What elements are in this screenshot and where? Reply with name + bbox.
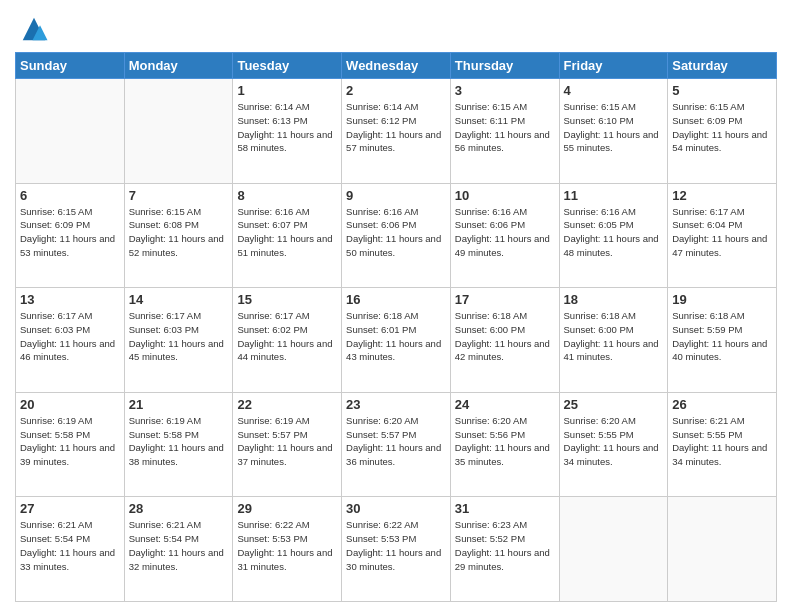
calendar-header-row: SundayMondayTuesdayWednesdayThursdayFrid… bbox=[16, 53, 777, 79]
day-number: 5 bbox=[672, 83, 772, 98]
calendar-cell: 3Sunrise: 6:15 AMSunset: 6:11 PMDaylight… bbox=[450, 79, 559, 184]
calendar-cell bbox=[668, 497, 777, 602]
day-info: Sunrise: 6:15 AMSunset: 6:08 PMDaylight:… bbox=[129, 205, 229, 260]
day-info: Sunrise: 6:16 AMSunset: 6:06 PMDaylight:… bbox=[455, 205, 555, 260]
day-info: Sunrise: 6:17 AMSunset: 6:03 PMDaylight:… bbox=[129, 309, 229, 364]
day-info-line: Sunset: 5:53 PM bbox=[346, 533, 416, 544]
day-info-line: Sunset: 6:10 PM bbox=[564, 115, 634, 126]
calendar-header-tuesday: Tuesday bbox=[233, 53, 342, 79]
day-info-line: Daylight: 11 hours and 48 minutes. bbox=[564, 233, 659, 258]
calendar-cell: 28Sunrise: 6:21 AMSunset: 5:54 PMDayligh… bbox=[124, 497, 233, 602]
day-info-line: Sunset: 6:00 PM bbox=[455, 324, 525, 335]
day-info-line: Sunrise: 6:18 AM bbox=[564, 310, 636, 321]
day-info-line: Sunrise: 6:20 AM bbox=[564, 415, 636, 426]
day-info-line: Daylight: 11 hours and 34 minutes. bbox=[564, 442, 659, 467]
day-info: Sunrise: 6:18 AMSunset: 6:01 PMDaylight:… bbox=[346, 309, 446, 364]
calendar-cell: 9Sunrise: 6:16 AMSunset: 6:06 PMDaylight… bbox=[342, 183, 451, 288]
day-info-line: Sunrise: 6:17 AM bbox=[129, 310, 201, 321]
calendar-cell: 14Sunrise: 6:17 AMSunset: 6:03 PMDayligh… bbox=[124, 288, 233, 393]
day-number: 7 bbox=[129, 188, 229, 203]
day-info-line: Sunset: 5:56 PM bbox=[455, 429, 525, 440]
day-info-line: Sunset: 6:03 PM bbox=[20, 324, 90, 335]
day-info: Sunrise: 6:21 AMSunset: 5:55 PMDaylight:… bbox=[672, 414, 772, 469]
day-info: Sunrise: 6:21 AMSunset: 5:54 PMDaylight:… bbox=[20, 518, 120, 573]
day-info: Sunrise: 6:21 AMSunset: 5:54 PMDaylight:… bbox=[129, 518, 229, 573]
day-info-line: Sunrise: 6:23 AM bbox=[455, 519, 527, 530]
day-number: 11 bbox=[564, 188, 664, 203]
day-number: 15 bbox=[237, 292, 337, 307]
day-info-line: Sunset: 6:02 PM bbox=[237, 324, 307, 335]
calendar-cell: 6Sunrise: 6:15 AMSunset: 6:09 PMDaylight… bbox=[16, 183, 125, 288]
day-info-line: Sunrise: 6:17 AM bbox=[672, 206, 744, 217]
day-info: Sunrise: 6:14 AMSunset: 6:12 PMDaylight:… bbox=[346, 100, 446, 155]
day-info-line: Sunrise: 6:15 AM bbox=[129, 206, 201, 217]
day-number: 31 bbox=[455, 501, 555, 516]
day-info-line: Sunrise: 6:21 AM bbox=[20, 519, 92, 530]
day-info-line: Daylight: 11 hours and 43 minutes. bbox=[346, 338, 441, 363]
calendar-cell bbox=[16, 79, 125, 184]
calendar-cell: 17Sunrise: 6:18 AMSunset: 6:00 PMDayligh… bbox=[450, 288, 559, 393]
day-number: 27 bbox=[20, 501, 120, 516]
calendar-cell: 21Sunrise: 6:19 AMSunset: 5:58 PMDayligh… bbox=[124, 392, 233, 497]
day-info-line: Daylight: 11 hours and 36 minutes. bbox=[346, 442, 441, 467]
day-info-line: Sunset: 5:53 PM bbox=[237, 533, 307, 544]
day-info-line: Sunrise: 6:17 AM bbox=[237, 310, 309, 321]
day-info-line: Sunset: 6:04 PM bbox=[672, 219, 742, 230]
calendar-cell: 15Sunrise: 6:17 AMSunset: 6:02 PMDayligh… bbox=[233, 288, 342, 393]
day-info-line: Daylight: 11 hours and 53 minutes. bbox=[20, 233, 115, 258]
day-number: 21 bbox=[129, 397, 229, 412]
day-info-line: Sunrise: 6:19 AM bbox=[237, 415, 309, 426]
day-info-line: Daylight: 11 hours and 39 minutes. bbox=[20, 442, 115, 467]
day-info: Sunrise: 6:16 AMSunset: 6:06 PMDaylight:… bbox=[346, 205, 446, 260]
calendar-cell: 25Sunrise: 6:20 AMSunset: 5:55 PMDayligh… bbox=[559, 392, 668, 497]
calendar-cell: 19Sunrise: 6:18 AMSunset: 5:59 PMDayligh… bbox=[668, 288, 777, 393]
day-info: Sunrise: 6:22 AMSunset: 5:53 PMDaylight:… bbox=[346, 518, 446, 573]
day-number: 26 bbox=[672, 397, 772, 412]
day-info-line: Sunrise: 6:14 AM bbox=[237, 101, 309, 112]
calendar-cell: 16Sunrise: 6:18 AMSunset: 6:01 PMDayligh… bbox=[342, 288, 451, 393]
calendar-week-row: 6Sunrise: 6:15 AMSunset: 6:09 PMDaylight… bbox=[16, 183, 777, 288]
day-info-line: Sunset: 6:07 PM bbox=[237, 219, 307, 230]
day-number: 13 bbox=[20, 292, 120, 307]
day-info-line: Sunset: 5:57 PM bbox=[237, 429, 307, 440]
day-info-line: Daylight: 11 hours and 51 minutes. bbox=[237, 233, 332, 258]
day-number: 25 bbox=[564, 397, 664, 412]
calendar-cell: 29Sunrise: 6:22 AMSunset: 5:53 PMDayligh… bbox=[233, 497, 342, 602]
day-number: 3 bbox=[455, 83, 555, 98]
day-number: 19 bbox=[672, 292, 772, 307]
calendar-header-wednesday: Wednesday bbox=[342, 53, 451, 79]
day-info-line: Daylight: 11 hours and 35 minutes. bbox=[455, 442, 550, 467]
day-number: 18 bbox=[564, 292, 664, 307]
day-number: 6 bbox=[20, 188, 120, 203]
day-info-line: Daylight: 11 hours and 44 minutes. bbox=[237, 338, 332, 363]
day-info-line: Daylight: 11 hours and 49 minutes. bbox=[455, 233, 550, 258]
day-info: Sunrise: 6:17 AMSunset: 6:02 PMDaylight:… bbox=[237, 309, 337, 364]
day-info-line: Sunrise: 6:17 AM bbox=[20, 310, 92, 321]
calendar-header-monday: Monday bbox=[124, 53, 233, 79]
day-info-line: Sunset: 6:12 PM bbox=[346, 115, 416, 126]
day-info-line: Sunrise: 6:15 AM bbox=[455, 101, 527, 112]
day-info-line: Sunrise: 6:19 AM bbox=[129, 415, 201, 426]
day-number: 22 bbox=[237, 397, 337, 412]
day-info-line: Sunrise: 6:16 AM bbox=[346, 206, 418, 217]
day-info-line: Sunrise: 6:16 AM bbox=[564, 206, 636, 217]
day-info-line: Sunset: 5:59 PM bbox=[672, 324, 742, 335]
day-info-line: Sunrise: 6:16 AM bbox=[455, 206, 527, 217]
day-number: 12 bbox=[672, 188, 772, 203]
day-info: Sunrise: 6:20 AMSunset: 5:57 PMDaylight:… bbox=[346, 414, 446, 469]
day-info-line: Sunrise: 6:15 AM bbox=[672, 101, 744, 112]
calendar-cell: 7Sunrise: 6:15 AMSunset: 6:08 PMDaylight… bbox=[124, 183, 233, 288]
calendar-cell: 18Sunrise: 6:18 AMSunset: 6:00 PMDayligh… bbox=[559, 288, 668, 393]
calendar-cell: 8Sunrise: 6:16 AMSunset: 6:07 PMDaylight… bbox=[233, 183, 342, 288]
day-info-line: Sunset: 5:55 PM bbox=[672, 429, 742, 440]
day-info: Sunrise: 6:15 AMSunset: 6:09 PMDaylight:… bbox=[20, 205, 120, 260]
day-info-line: Sunrise: 6:15 AM bbox=[564, 101, 636, 112]
day-info-line: Sunset: 6:08 PM bbox=[129, 219, 199, 230]
day-info-line: Sunset: 6:06 PM bbox=[455, 219, 525, 230]
day-number: 20 bbox=[20, 397, 120, 412]
day-info-line: Sunrise: 6:19 AM bbox=[20, 415, 92, 426]
day-info-line: Daylight: 11 hours and 57 minutes. bbox=[346, 129, 441, 154]
day-info-line: Daylight: 11 hours and 46 minutes. bbox=[20, 338, 115, 363]
day-number: 1 bbox=[237, 83, 337, 98]
calendar-cell bbox=[124, 79, 233, 184]
